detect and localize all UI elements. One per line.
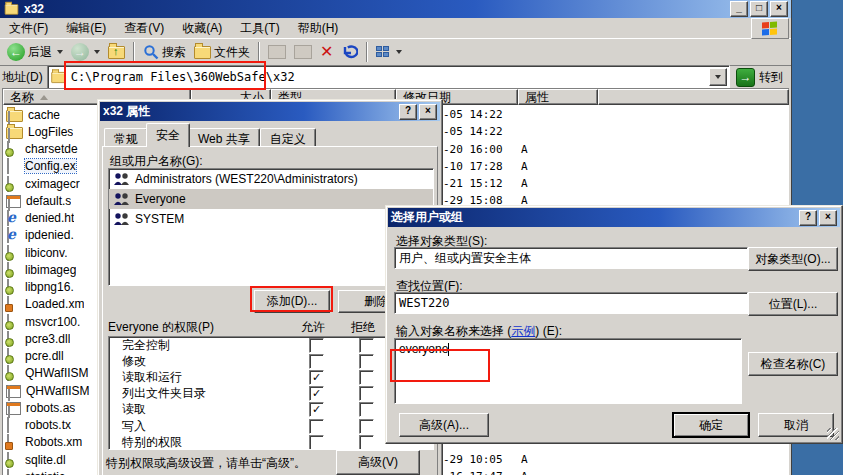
file-icon [6, 385, 21, 398]
file-name[interactable]: charsetde [25, 142, 78, 156]
toolbar-separator [133, 42, 135, 62]
deny-checkbox[interactable] [359, 338, 374, 353]
object-names-input[interactable]: everyone [394, 338, 742, 404]
add-button[interactable]: 添加(D)... [254, 290, 330, 313]
column-header-attributes[interactable]: 属性 [518, 89, 598, 105]
deny-checkbox[interactable] [359, 354, 374, 369]
close-button[interactable]: × [770, 1, 788, 17]
deny-checkbox[interactable] [359, 402, 374, 417]
forward-dropdown-icon[interactable] [94, 50, 100, 54]
allow-checkbox[interactable] [309, 402, 324, 417]
menu-item[interactable]: 编辑(E) [57, 18, 115, 39]
allow-checkbox[interactable] [309, 338, 324, 353]
allow-checkbox[interactable] [309, 419, 324, 434]
minimize-button[interactable]: _ [730, 1, 748, 17]
windows-logo [751, 18, 789, 39]
file-name[interactable]: pcre.dll [25, 349, 64, 363]
file-icon [6, 246, 20, 260]
file-name[interactable]: pcre3.dll [25, 332, 70, 346]
file-name[interactable]: Loaded.xm [25, 297, 84, 311]
file-name[interactable]: libpng16. [25, 280, 74, 294]
address-value[interactable]: C:\Program Files\360WebSafe\x32 [71, 70, 295, 84]
move-to-button[interactable] [265, 44, 289, 60]
tab[interactable]: 安全 [146, 123, 190, 147]
object-type-field[interactable]: 用户、组或内置安全主体 [394, 247, 748, 269]
menu-item[interactable]: 文件(F) [0, 18, 57, 39]
file-attribute: A [521, 470, 528, 475]
file-name[interactable]: statistic [25, 470, 65, 475]
tab[interactable]: 自定义 [260, 128, 316, 147]
views-dropdown-icon[interactable] [396, 50, 402, 54]
close-button[interactable]: × [819, 210, 837, 226]
file-name[interactable]: Config.ex [25, 159, 76, 173]
resize-grip[interactable] [827, 428, 839, 440]
file-name[interactable]: robots.as [26, 401, 75, 415]
deny-checkbox[interactable] [359, 419, 374, 434]
file-attribute: A [521, 177, 528, 190]
forward-button[interactable]: → [68, 42, 103, 62]
locations-button[interactable]: 位置(L)... [748, 292, 838, 316]
deny-checkbox[interactable] [359, 370, 374, 385]
file-name[interactable]: LogFiles [28, 125, 73, 139]
file-name[interactable]: robots.tx [25, 418, 71, 432]
properties-titlebar[interactable]: x32 属性 ? × [100, 102, 440, 121]
advanced-button[interactable]: 高级(V) [336, 450, 420, 475]
back-dropdown-icon[interactable] [57, 50, 63, 54]
help-button[interactable]: ? [799, 210, 817, 226]
advanced-button[interactable]: 高级(A)... [399, 413, 489, 437]
explorer-titlebar[interactable]: x32 _ □ × [0, 0, 791, 18]
file-name[interactable]: default.s [26, 194, 71, 208]
file-name[interactable]: libiconv. [25, 246, 67, 260]
file-name[interactable]: QHWafIISM [25, 366, 89, 380]
file-icon [6, 110, 23, 122]
maximize-button[interactable]: □ [750, 1, 768, 17]
up-folder-icon: ↑ [108, 46, 125, 59]
file-name[interactable]: Robots.xm [25, 435, 82, 449]
allow-checkbox[interactable] [309, 354, 324, 369]
menu-item[interactable]: 工具(T) [231, 18, 288, 39]
menu-item[interactable]: 查看(V) [115, 18, 173, 39]
ok-button[interactable]: 确定 [673, 413, 749, 437]
menu-item[interactable]: 帮助(H) [289, 18, 348, 39]
file-name[interactable]: QHWafIISM [26, 384, 90, 398]
address-dropdown-button[interactable] [709, 68, 727, 86]
file-name[interactable]: cximagecr [25, 177, 80, 191]
deny-checkbox[interactable] [359, 386, 374, 401]
up-button[interactable]: ↑ [105, 45, 128, 60]
file-name[interactable]: ipdenied. [25, 228, 74, 242]
file-icon [6, 263, 20, 277]
tab[interactable]: Web 共享 [188, 128, 260, 147]
file-name[interactable]: denied.ht [25, 211, 74, 225]
allow-checkbox[interactable] [309, 370, 324, 385]
back-icon: ← [7, 43, 25, 61]
address-combo[interactable]: C:\Program Files\360WebSafe\x32 [47, 65, 730, 89]
tab[interactable]: 常规 [104, 128, 148, 147]
allow-checkbox[interactable] [309, 386, 324, 401]
back-button[interactable]: ← 后退 [4, 42, 66, 62]
search-button[interactable]: 搜索 [140, 43, 189, 62]
file-name[interactable]: cache [28, 108, 60, 122]
check-names-button[interactable]: 检查名称(C) [748, 352, 838, 376]
copy-to-button[interactable] [291, 44, 315, 60]
cancel-button[interactable]: 取消 [758, 413, 834, 437]
file-name[interactable]: sqlite.dl [25, 453, 66, 467]
file-name[interactable]: libimageg [25, 263, 76, 277]
allow-checkbox[interactable] [309, 435, 324, 450]
properties-tabs: 常规安全Web 共享自定义 [104, 126, 316, 147]
group-row[interactable]: Administrators (WEST220\Administrators) [109, 169, 433, 189]
views-button[interactable] [373, 45, 405, 60]
examples-link[interactable]: 示例 [511, 324, 535, 338]
menu-item[interactable]: 收藏(A) [173, 18, 231, 39]
delete-button[interactable]: ✕ [317, 44, 336, 60]
undo-button[interactable] [338, 43, 361, 61]
folders-button[interactable]: 文件夹 [191, 43, 253, 62]
help-button[interactable]: ? [399, 104, 417, 120]
file-name[interactable]: msvcr100. [25, 315, 80, 329]
deny-checkbox[interactable] [359, 435, 374, 450]
file-modified-date: -21 15:12 [443, 177, 503, 190]
close-button[interactable]: × [419, 104, 437, 120]
object-types-button[interactable]: 对象类型(O)... [748, 247, 838, 271]
select-users-titlebar[interactable]: 选择用户或组 ? × [388, 208, 840, 227]
location-field[interactable]: WEST220 [394, 292, 748, 314]
go-button[interactable]: → 转到 [734, 67, 789, 88]
